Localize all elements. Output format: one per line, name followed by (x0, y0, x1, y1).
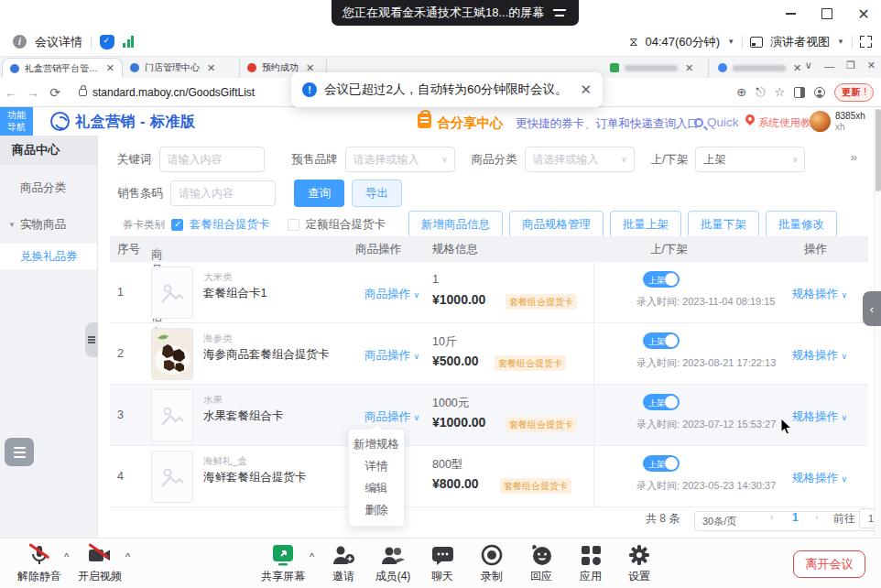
spec-op-link[interactable]: 规格操作 ∨ (792, 409, 847, 425)
batch-off-shelf-button[interactable]: 批量下架 (688, 211, 759, 238)
shelf-select[interactable]: 上架 (695, 147, 805, 172)
chat-icon (431, 543, 454, 567)
export-button[interactable]: 导出 (352, 180, 402, 207)
meeting-details-label[interactable]: 会议详情 (35, 34, 82, 50)
zoom-icon[interactable]: ⊕ (736, 85, 746, 99)
menu-item-add-spec[interactable]: 新增规格 (353, 437, 399, 452)
lock-icon[interactable] (79, 89, 87, 96)
share-icon[interactable]: ⎋ (756, 85, 765, 100)
window-maximize-button[interactable] (815, 3, 839, 25)
react-smiley-icon (529, 543, 553, 567)
sidepanel-icon[interactable] (794, 87, 805, 98)
browser-tab-4[interactable]: ✕ (603, 58, 709, 78)
floating-list-button[interactable] (5, 438, 34, 466)
sidebar-item-gift-vouchers[interactable]: 兑换礼品券 (0, 244, 97, 269)
shelf-toggle[interactable]: 上架 (643, 332, 680, 349)
browser-tab-5[interactable]: ✕ (711, 58, 819, 78)
view-caret-icon[interactable]: ▼ (837, 38, 844, 46)
tab-close-icon[interactable]: ✕ (683, 62, 693, 74)
menu-item-detail[interactable]: 详情 (365, 459, 388, 474)
browser-maximize-button[interactable]: ❐ (846, 60, 855, 71)
product-op-link[interactable]: 商品操作 ∨ (364, 287, 419, 302)
share-center-link[interactable]: 合分享中心 (437, 114, 504, 132)
tab-close-icon[interactable]: ✕ (205, 62, 215, 74)
checkbox-combo-label[interactable]: 套餐组合提货卡 (190, 217, 270, 233)
browser-tab-2[interactable]: 门店管理中心 ✕ (123, 58, 240, 78)
price: ¥500.00 (432, 354, 479, 368)
brand-label: 预售品牌 (292, 152, 338, 168)
bookmark-star-icon[interactable]: ☆ (775, 85, 786, 99)
meeting-info-icon[interactable]: i (13, 35, 27, 49)
product-op-link[interactable]: 商品操作 ∨ (364, 348, 419, 364)
profile-icon[interactable] (814, 87, 825, 98)
shelf-toggle[interactable]: 上架 (643, 455, 680, 472)
tab-close-icon[interactable]: ✕ (104, 62, 114, 74)
product-op-link[interactable]: 商品操作 ∨ (364, 409, 419, 425)
filter-collapse-chevron[interactable]: » (851, 150, 857, 164)
batch-edit-button[interactable]: 批量修改 (766, 211, 837, 238)
category-select[interactable]: 请选择或输入 (525, 147, 635, 172)
reload-icon[interactable]: ⟳ (44, 85, 66, 100)
back-icon[interactable]: ← (0, 85, 22, 100)
current-page[interactable]: 1 (792, 511, 799, 524)
sidebar-section-product-center[interactable]: 商品中心 (0, 136, 97, 165)
fullscreen-icon[interactable] (860, 36, 872, 48)
search-button[interactable]: 查询 (294, 180, 344, 207)
settings-button[interactable]: 设置 (609, 543, 669, 584)
add-product-button[interactable]: 新增商品信息 (408, 211, 503, 238)
batch-on-shelf-button[interactable]: 批量上架 (610, 211, 681, 238)
brand-select[interactable]: 请选择或输入 (345, 147, 455, 172)
checkbox-fixed-card[interactable] (288, 219, 299, 231)
menu-item-edit[interactable]: 编辑 (365, 481, 388, 496)
keyword-label: 关键词 (117, 152, 152, 168)
unmute-button[interactable]: 解除静音 (9, 543, 70, 584)
address-bar[interactable]: standard.maboy.cn/GoodsGiftList (92, 86, 255, 99)
window-minimize-button[interactable] (778, 3, 802, 25)
user-avatar[interactable] (810, 111, 831, 132)
update-label: 更新 (842, 86, 860, 99)
browser-minimize-button[interactable]: — (824, 60, 834, 71)
window-close-button[interactable]: ✕ (852, 3, 876, 25)
spec-op-link[interactable]: 规格操作 ∨ (792, 471, 847, 486)
sort-icon[interactable]: ▲▼ (154, 247, 160, 255)
sidebar-item-categories[interactable]: 商品分类 (0, 174, 97, 201)
nav-toggle-button[interactable]: 功能 导航 (0, 107, 33, 136)
update-button[interactable]: 更新 ! (834, 83, 874, 102)
sidebar-collapse-handle[interactable] (85, 322, 98, 357)
promo-text[interactable]: 更快捷的券卡、订单和快递查询入口 (516, 116, 699, 132)
timer-caret-icon[interactable]: ▼ (727, 38, 734, 46)
view-layout-icon (750, 37, 763, 48)
tab-search-icon[interactable]: ∨ (805, 60, 812, 71)
sidebar-item-physical-goods[interactable]: ▼ 实物商品 (0, 211, 97, 238)
share-screen-button[interactable]: 共享屏幕 (253, 543, 313, 584)
tab-favicon (247, 63, 256, 72)
leave-meeting-button[interactable]: 离开会议 (793, 550, 865, 578)
start-video-button[interactable]: 开启视频 (70, 543, 130, 584)
browser-close-button[interactable]: ✕ (867, 60, 876, 71)
shelf-toggle[interactable]: 上架 (643, 394, 680, 410)
toast-close-icon[interactable]: ✕ (580, 82, 592, 98)
checkbox-fixed-label[interactable]: 定额组合提货卡 (306, 217, 386, 233)
menu-item-delete[interactable]: 删除 (365, 503, 388, 518)
barcode-input[interactable] (170, 180, 276, 206)
prev-page-icon[interactable]: ‹ (770, 511, 774, 522)
mic-options-caret[interactable]: ^ (64, 551, 69, 562)
checkbox-combo-card[interactable] (171, 219, 183, 231)
spec-op-link[interactable]: 规格操作 ∨ (792, 287, 847, 302)
view-mode-label[interactable]: 演讲者视图 (770, 34, 830, 50)
shelf-toggle[interactable]: 上架 (643, 271, 680, 288)
security-shield-icon[interactable] (100, 35, 114, 49)
tab-close-icon[interactable]: ✕ (791, 62, 801, 74)
banner-menu-icon[interactable] (553, 8, 568, 17)
scrollbar-thumb[interactable] (876, 109, 881, 191)
quick-search[interactable]: Quick (694, 115, 739, 129)
side-panel-handle[interactable]: ‹ (863, 291, 881, 326)
spec-manage-button[interactable]: 商品规格管理 (509, 211, 604, 238)
spec-op-link[interactable]: 规格操作 ∨ (792, 348, 847, 364)
keyword-input[interactable] (159, 147, 265, 172)
browser-tab-1[interactable]: 礼盒营销平台管理中心 ✕ (2, 58, 123, 78)
video-options-caret[interactable]: ^ (125, 551, 130, 562)
forward-icon[interactable]: → (22, 85, 44, 100)
entry-time: 录入时间: 2023-08-21 17:22:13 (636, 356, 776, 370)
next-page-icon[interactable]: › (815, 511, 819, 522)
